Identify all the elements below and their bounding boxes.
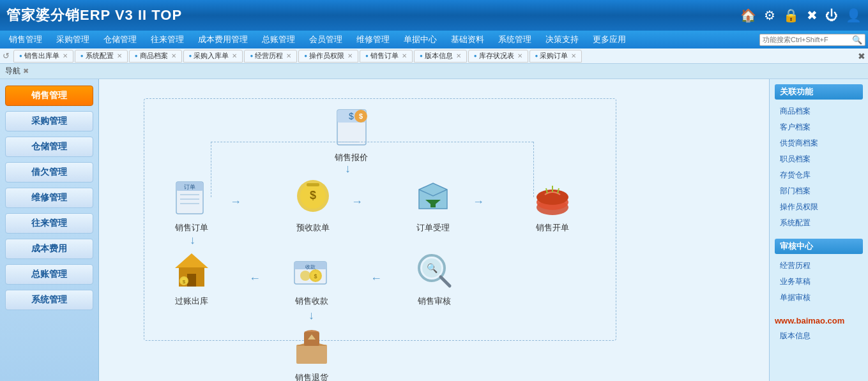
tab-system-config[interactable]: ●系统配置✕ [75, 50, 128, 63]
lock-icon[interactable]: 🔒 [783, 8, 799, 23]
tab-stock-status[interactable]: ●库存状况表✕ [468, 50, 528, 63]
settings-icon[interactable]: ⚙ [764, 8, 775, 23]
tab-refresh-icon[interactable]: ↺ [3, 51, 10, 61]
search-icon[interactable]: 🔍 [852, 35, 862, 45]
prepayment-icon: $ [291, 175, 335, 220]
content-area: $ $ 销售报价 ↓ 订单 [99, 79, 769, 381]
tab-business-history[interactable]: ●经营历程✕ [244, 50, 297, 63]
sales-payment-label: 销售收款 [295, 295, 328, 307]
flow-sales-audit[interactable]: 🔍 销售审核 [412, 248, 457, 307]
link-system-config[interactable]: 系统配置 [775, 215, 863, 231]
search-box[interactable]: 🔍 [759, 34, 865, 46]
flow-transfer-out[interactable]: $ 过账出库 [169, 248, 214, 307]
link-business-history[interactable]: 经营历程 [775, 258, 863, 274]
menu-voucher[interactable]: 单据中心 [397, 31, 443, 48]
audit-center-title: 审核中心 [775, 239, 863, 254]
svg-rect-16 [430, 201, 436, 207]
transfer-out-icon: $ [169, 248, 214, 293]
audit-center-section: 审核中心 经营历程 业务草稿 单据审核 [775, 239, 863, 306]
flow-sales-open[interactable]: 销售开单 [530, 175, 575, 234]
order-accept-icon [411, 175, 455, 220]
menu-more[interactable]: 更多应用 [586, 31, 632, 48]
dashed-v1 [211, 142, 211, 197]
order-accept-label: 订单受理 [416, 222, 450, 234]
link-voucher-audit[interactable]: 单据审核 [775, 290, 863, 306]
sales-audit-icon: 🔍 [412, 248, 457, 293]
sidebar-item-transactions[interactable]: 往来管理 [5, 213, 93, 234]
menu-system[interactable]: 系统管理 [492, 31, 538, 48]
flow-sales-order[interactable]: 订单 销售订单 [169, 175, 214, 234]
flow-order-accept[interactable]: 订单受理 [411, 175, 455, 234]
sidebar-item-sales[interactable]: 销售管理 [5, 86, 93, 106]
power-icon[interactable]: ⏻ [825, 8, 838, 23]
prepayment-label: 预收款单 [296, 222, 330, 234]
search-input[interactable] [763, 36, 852, 43]
sidebar-item-cost[interactable]: 成本费用 [5, 239, 93, 259]
flow-prepayment[interactable]: $ 预收款单 [291, 175, 335, 234]
menu-repair[interactable]: 维修管理 [350, 31, 396, 48]
logo-area: 管家婆分销ERP V3 II TOP [6, 6, 740, 25]
tab-version-info[interactable]: ●版本信息✕ [414, 50, 467, 63]
link-goods-file[interactable]: 商品档案 [775, 103, 863, 119]
header-icons: 🏠 ⚙ 🔒 ✖ ⏻ 👤 [740, 8, 862, 23]
sidebar-item-ledger[interactable]: 总账管理 [5, 264, 93, 285]
tab-operator-perms[interactable]: ●操作员权限✕ [298, 50, 358, 63]
home-icon[interactable]: 🏠 [740, 8, 756, 23]
svg-rect-40 [296, 345, 327, 364]
svg-rect-25 [187, 274, 196, 287]
tab-purchase-inbound[interactable]: ●采购入库单✕ [183, 50, 243, 63]
sidebar-item-system[interactable]: 系统管理 [5, 290, 93, 310]
link-staff-file[interactable]: 职员档案 [775, 151, 863, 167]
arrow-payment-to-return: ↓ [308, 309, 314, 322]
svg-text:$: $ [349, 111, 354, 121]
user-icon[interactable]: 👤 [846, 8, 862, 23]
sales-return-label: 销售退货 [295, 372, 328, 381]
sidebar-item-debt[interactable]: 借欠管理 [5, 162, 93, 183]
svg-text:🔍: 🔍 [426, 263, 438, 274]
svg-text:$: $ [309, 189, 316, 202]
svg-text:订单: 订单 [184, 184, 195, 190]
flow-sales-payment[interactable]: 收款 $ 销售收款 [289, 248, 334, 307]
link-supplier-file[interactable]: 供货商档案 [775, 135, 863, 151]
menu-warehouse[interactable]: 仓储管理 [97, 31, 143, 48]
menu-cost[interactable]: 成本费用管理 [192, 31, 254, 48]
sidebar-item-warehouse[interactable]: 仓储管理 [5, 137, 93, 157]
link-version-info[interactable]: 版本信息 [775, 328, 863, 344]
flow-sales-return[interactable]: 销售退货 [289, 325, 334, 381]
close-icon[interactable]: ✖ [807, 8, 818, 23]
sidebar-item-purchase[interactable]: 采购管理 [5, 111, 93, 131]
svg-rect-14 [307, 183, 319, 186]
nav-close-icon[interactable]: ✖ [23, 67, 29, 75]
flow-sales-quote[interactable]: $ $ 销售报价 [329, 105, 374, 163]
sales-order-label: 销售订单 [175, 222, 208, 234]
menubar: 销售管理 采购管理 仓储管理 往来管理 成本费用管理 总账管理 会员管理 维修管… [0, 31, 868, 49]
dashed-v2 [533, 142, 534, 197]
link-business-draft[interactable]: 业务草稿 [775, 274, 863, 290]
sales-open-icon [530, 175, 575, 220]
link-dept-file[interactable]: 部门档案 [775, 183, 863, 199]
tab-sales-outbound[interactable]: ●销售出库单✕ [13, 50, 73, 63]
arrow-sorder-to-transfer: ↓ [190, 234, 195, 247]
tab-sales-order[interactable]: ●销售订单✕ [360, 50, 413, 63]
sidebar-item-repair[interactable]: 维修管理 [5, 188, 93, 208]
tab-purchase-order[interactable]: ●采购订单✕ [529, 50, 582, 63]
menu-sales[interactable]: 销售管理 [3, 31, 49, 48]
tab-goods-file[interactable]: ●商品档案✕ [129, 50, 182, 63]
menu-transactions[interactable]: 往来管理 [144, 31, 190, 48]
menu-ledger[interactable]: 总账管理 [255, 31, 301, 48]
link-warehouse[interactable]: 存货仓库 [775, 167, 863, 183]
menu-decision[interactable]: 决策支持 [539, 31, 585, 48]
arrow-audit-to-payment: ← [370, 272, 382, 285]
menu-basic[interactable]: 基础资料 [445, 31, 491, 48]
svg-text:$: $ [182, 279, 185, 285]
tabbar-close-icon[interactable]: ✖ [858, 51, 865, 61]
link-operator-perms[interactable]: 操作员权限 [775, 199, 863, 215]
menu-member[interactable]: 会员管理 [303, 31, 349, 48]
svg-point-35 [300, 271, 310, 281]
sales-order-icon: 订单 [169, 175, 214, 220]
flow-diagram: $ $ 销售报价 ↓ 订单 [112, 92, 756, 379]
header: 管家婆分销ERP V3 II TOP 🏠 ⚙ 🔒 ✖ ⏻ 👤 [0, 0, 868, 31]
link-customer-file[interactable]: 客户档案 [775, 119, 863, 135]
menu-purchase[interactable]: 采购管理 [50, 31, 96, 48]
sales-open-label: 销售开单 [536, 222, 569, 234]
